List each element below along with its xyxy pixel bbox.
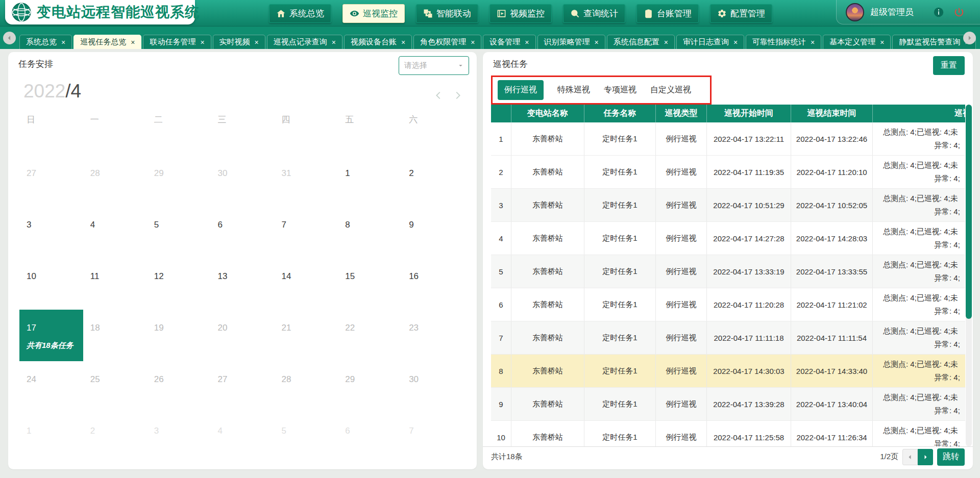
nav-button-gear[interactable]: 配置管理 [710, 4, 772, 23]
nav-button-eye[interactable]: 巡视监控 [342, 4, 405, 23]
calendar-day-cell[interactable]: 27 [19, 155, 83, 207]
filter-tab[interactable]: 自定义巡视 [650, 85, 691, 95]
workspace-tab[interactable]: 视频设备台账× [344, 35, 412, 49]
tab-close-icon[interactable]: × [332, 38, 336, 46]
calendar-day-cell[interactable]: 4 [83, 207, 147, 258]
avatar[interactable] [846, 3, 864, 21]
table-scrollbar[interactable] [966, 105, 972, 446]
calendar-day-cell[interactable]: 5 [274, 413, 338, 464]
table-row[interactable]: 5东善桥站定时任务1例行巡视2022-04-17 13:33:192022-04… [491, 255, 965, 288]
calendar-day-cell[interactable]: 16 [402, 258, 465, 310]
table-row[interactable]: 8东善桥站定时任务1例行巡视2022-04-17 14:30:032022-04… [491, 355, 965, 388]
calendar-day-cell[interactable]: 15 [338, 258, 402, 310]
tab-close-icon[interactable]: × [733, 38, 738, 46]
calendar-day-cell[interactable]: 19 [147, 310, 211, 361]
workspace-tab[interactable]: 审计日志查询× [676, 35, 744, 49]
calendar-day-cell[interactable]: 13 [211, 258, 275, 310]
calendar-day-cell[interactable]: 29 [147, 155, 211, 207]
calendar-next-icon[interactable] [452, 90, 463, 101]
filter-tab[interactable]: 专项巡视 [604, 85, 636, 95]
table-row[interactable]: 9东善桥站定时任务1例行巡视2022-04-17 13:39:282022-04… [491, 388, 965, 421]
tab-close-icon[interactable]: × [525, 38, 529, 46]
table-row[interactable]: 7东善桥站定时任务1例行巡视2022-04-17 11:11:182022-04… [491, 321, 965, 355]
calendar-day-cell[interactable]: 6 [211, 207, 275, 258]
nav-button-clipboard[interactable]: 台账管理 [636, 4, 699, 23]
tab-close-icon[interactable]: × [200, 38, 204, 46]
calendar-day-cell[interactable]: 31 [274, 155, 338, 207]
workspace-tab[interactable]: 识别策略管理× [537, 35, 605, 49]
logout-power-icon[interactable] [953, 7, 965, 18]
tab-close-icon[interactable]: × [595, 38, 599, 46]
info-icon[interactable] [933, 7, 944, 18]
jump-button[interactable]: 跳转 [937, 448, 965, 466]
calendar-day-cell[interactable]: 3 [19, 207, 83, 258]
calendar-day-cell[interactable]: 27 [211, 361, 275, 413]
calendar-day-cell[interactable]: 9 [402, 207, 465, 258]
workspace-tab[interactable]: 系统信息配置× [607, 35, 675, 49]
station-select-dropdown[interactable]: 请选择 [399, 56, 469, 75]
calendar-day-cell[interactable]: 12 [147, 258, 211, 310]
calendar-day-cell[interactable]: 28 [274, 361, 338, 413]
calendar-day-cell[interactable]: 1 [19, 413, 83, 464]
calendar-day-cell[interactable]: 8 [338, 207, 402, 258]
calendar-day-cell[interactable]: 5 [147, 207, 211, 258]
tab-scroll-right-icon[interactable] [963, 32, 976, 44]
calendar-day-cell[interactable]: 28 [83, 155, 147, 207]
calendar-day-cell[interactable]: 29 [338, 361, 402, 413]
table-row[interactable]: 3东善桥站定时任务1例行巡视2022-04-17 10:51:292022-04… [491, 189, 965, 222]
calendar-day-cell[interactable]: 30 [402, 361, 465, 413]
calendar-day-cell[interactable]: 21 [274, 310, 338, 361]
workspace-tab[interactable]: 角色权限管理× [413, 35, 481, 49]
calendar-day-cell[interactable]: 3 [147, 413, 211, 464]
workspace-tab[interactable]: 巡视任务总览× [74, 35, 141, 49]
workspace-tab[interactable]: 巡视点记录查询× [267, 35, 342, 49]
calendar-day-cell[interactable]: 14 [274, 258, 338, 310]
calendar-day-cell[interactable]: 30 [211, 155, 275, 207]
scrollbar-thumb[interactable] [966, 105, 972, 319]
nav-button-home[interactable]: 系统总览 [269, 4, 331, 23]
calendar-day-cell[interactable]: 18 [83, 310, 147, 361]
table-row[interactable]: 6东善桥站定时任务1例行巡视2022-04-17 11:20:282022-04… [491, 288, 965, 321]
table-row[interactable]: 2东善桥站定时任务1例行巡视2022-04-17 11:19:352022-04… [491, 156, 965, 189]
calendar-day-selected[interactable]: 17共有18条任务 [19, 310, 83, 361]
workspace-tab[interactable]: 实时视频× [213, 35, 265, 49]
calendar-day-cell[interactable]: 26 [147, 361, 211, 413]
calendar-day-cell[interactable]: 6 [338, 413, 402, 464]
tab-close-icon[interactable]: × [471, 38, 475, 46]
tab-scroll-left-icon[interactable] [3, 32, 16, 44]
filter-tab[interactable]: 例行巡视 [498, 80, 544, 100]
calendar-day-cell[interactable]: 24 [19, 361, 83, 413]
nav-button-search[interactable]: 查询统计 [563, 4, 625, 23]
workspace-tab[interactable]: 设备管理× [483, 35, 535, 49]
workspace-tab[interactable]: 联动任务管理× [143, 35, 211, 49]
reset-button[interactable]: 重置 [933, 56, 965, 75]
workspace-tab[interactable]: 基本定义管理× [823, 35, 891, 49]
calendar-day-cell[interactable]: 7 [274, 207, 338, 258]
calendar-day-cell[interactable]: 20 [211, 310, 275, 361]
tab-close-icon[interactable]: × [664, 38, 668, 46]
calendar-day-cell[interactable]: 4 [211, 413, 275, 464]
next-page-icon[interactable] [918, 449, 933, 465]
table-row[interactable]: 1东善桥站定时任务1例行巡视2022-04-17 13:22:112022-04… [491, 122, 965, 156]
tab-close-icon[interactable]: × [401, 38, 405, 46]
workspace-tab[interactable]: 系统总览× [19, 35, 72, 49]
calendar-prev-icon[interactable] [433, 90, 444, 101]
workspace-tab[interactable]: 可靠性指标统计× [746, 35, 821, 49]
calendar-day-cell[interactable]: 10 [19, 258, 83, 310]
tab-close-icon[interactable]: × [880, 38, 884, 46]
calendar-day-cell[interactable]: 2 [83, 413, 147, 464]
tab-close-icon[interactable]: × [811, 38, 815, 46]
table-row[interactable]: 4东善桥站定时任务1例行巡视2022-04-17 14:27:282022-04… [491, 222, 965, 255]
prev-page-icon[interactable] [902, 449, 918, 465]
nav-button-link[interactable]: 智能联动 [416, 4, 478, 23]
tab-close-icon[interactable]: × [131, 38, 135, 46]
calendar-day-cell[interactable]: 7 [402, 413, 465, 464]
tab-close-icon[interactable]: × [255, 38, 259, 46]
calendar-day-cell[interactable]: 11 [83, 258, 147, 310]
calendar-day-cell[interactable]: 23 [402, 310, 465, 361]
tab-close-icon[interactable]: × [61, 38, 65, 46]
calendar-day-cell[interactable]: 2 [402, 155, 465, 207]
calendar-day-cell[interactable]: 25 [83, 361, 147, 413]
calendar-day-cell[interactable]: 22 [338, 310, 402, 361]
filter-tab[interactable]: 特殊巡视 [557, 85, 590, 95]
